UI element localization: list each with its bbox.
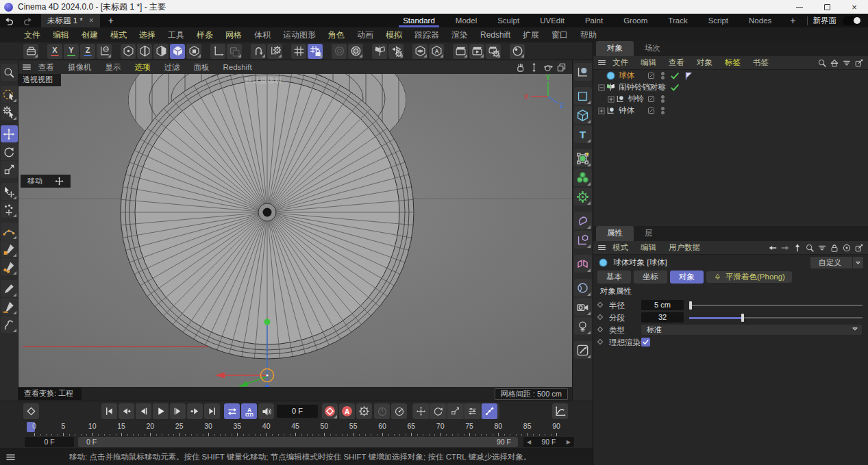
object-edit-toggle[interactable] xyxy=(647,95,656,103)
om-menu-item[interactable]: 标签 xyxy=(719,58,747,68)
om-home[interactable] xyxy=(830,58,839,68)
viewport-canvas[interactable]: YXZ 透视视图 默认摄像机 移动 xyxy=(18,74,572,387)
object-enabled-check[interactable] xyxy=(670,83,680,92)
layout-tab-uvedit[interactable]: UVEdit xyxy=(530,14,575,27)
modeling-settings[interactable] xyxy=(348,44,363,59)
spline-smooth-tool[interactable] xyxy=(1,223,18,240)
object-edit-toggle[interactable] xyxy=(647,71,656,80)
history-back[interactable] xyxy=(768,243,778,253)
range-start-field[interactable]: 0 F xyxy=(25,437,74,447)
rotate-view[interactable] xyxy=(543,62,553,73)
object-row[interactable]: 球体 xyxy=(593,70,868,81)
menubar-item[interactable]: 工具 xyxy=(162,29,190,41)
next-key[interactable] xyxy=(187,403,203,419)
section-tab-object[interactable]: 对象 xyxy=(670,271,704,284)
om-menu-item[interactable]: 编辑 xyxy=(634,58,662,68)
model-mode[interactable] xyxy=(170,44,185,59)
object-visibility-dots[interactable] xyxy=(661,72,665,79)
spinner-left-icon[interactable]: ◀ xyxy=(527,437,531,447)
document-tab[interactable]: 未标题 1 * × xyxy=(41,14,100,27)
keyframe-presets[interactable] xyxy=(391,403,407,419)
select-move-tool[interactable] xyxy=(1,183,18,200)
add-light[interactable] xyxy=(574,317,592,335)
viewport-solo[interactable] xyxy=(412,44,427,59)
layout-tab-model[interactable]: Model xyxy=(445,14,487,27)
layout-tab-paint[interactable]: Paint xyxy=(575,14,613,27)
scale-tool[interactable] xyxy=(1,161,18,178)
menubar-item[interactable]: Redshift xyxy=(474,30,517,40)
field-slider[interactable] xyxy=(689,312,863,324)
add-null[interactable] xyxy=(574,63,592,81)
object-row[interactable]: 闹钟铃铛对称 xyxy=(593,81,868,93)
layout-tab-standard[interactable]: Standard xyxy=(393,14,445,27)
annotation-tool[interactable] xyxy=(574,341,592,359)
viewport-visibility-dot[interactable] xyxy=(661,107,665,110)
go-to-parent[interactable] xyxy=(793,243,802,253)
render-to-picture-viewer[interactable] xyxy=(469,44,484,59)
om-menu-item[interactable]: 文件 xyxy=(606,58,634,68)
menubar-item[interactable]: 运动图形 xyxy=(277,29,322,41)
viewport-menu-item[interactable]: 过滤 xyxy=(158,62,187,73)
menubar-item[interactable]: 模拟 xyxy=(380,29,408,41)
menubar-item[interactable]: 扩展 xyxy=(517,29,545,41)
menubar-item[interactable]: 角色 xyxy=(322,29,351,41)
sketch-spline-tool[interactable] xyxy=(1,298,18,315)
render-visibility-dot[interactable] xyxy=(661,111,665,114)
field-slider[interactable] xyxy=(689,299,863,312)
keyframe-diamond-icon[interactable] xyxy=(597,339,603,344)
viewport-visibility-dot[interactable] xyxy=(661,95,665,99)
object-edit-toggle[interactable] xyxy=(647,83,656,92)
add-effector[interactable] xyxy=(574,188,592,205)
om-tab-takes[interactable]: 场次 xyxy=(634,41,671,56)
goto-start[interactable] xyxy=(101,403,117,419)
brush-tool[interactable] xyxy=(1,280,18,297)
hamburger-icon[interactable] xyxy=(0,452,23,462)
redo-button[interactable] xyxy=(18,16,37,26)
field-dropdown[interactable]: 标准 xyxy=(641,325,862,335)
close-tab-icon[interactable]: × xyxy=(89,16,94,25)
create-material[interactable] xyxy=(510,44,525,59)
tweak-tool[interactable] xyxy=(1,103,18,121)
history-forward[interactable] xyxy=(780,243,790,253)
spline-pen-tool[interactable] xyxy=(1,240,18,257)
viewport-search-tool[interactable] xyxy=(1,64,18,81)
layout-tab-sculpt[interactable]: Sculpt xyxy=(487,14,530,27)
menubar-item[interactable]: 网格 xyxy=(219,29,248,41)
multi-move-tool[interactable] xyxy=(1,201,18,218)
object-visibility-dots[interactable] xyxy=(661,84,665,91)
range-end-spinner[interactable]: ◀ 90 F ▶ xyxy=(523,437,574,447)
viewport-menu-item[interactable]: 显示 xyxy=(99,62,128,73)
am-detach[interactable] xyxy=(854,243,864,253)
add-cube-primitive[interactable] xyxy=(574,106,592,124)
enable-snap[interactable] xyxy=(291,44,306,59)
enable-axis-mode[interactable] xyxy=(210,44,225,59)
points-mode[interactable] xyxy=(121,44,136,59)
polygons-mode[interactable] xyxy=(153,44,169,59)
keyframe-settings[interactable] xyxy=(356,403,372,419)
symmetry-settings[interactable] xyxy=(388,44,404,59)
menubar-item[interactable]: 窗口 xyxy=(545,29,574,41)
menubar-item[interactable]: 模式 xyxy=(104,29,133,41)
autokey-toggle[interactable]: A xyxy=(339,403,355,419)
spline-modeling-tool[interactable] xyxy=(1,258,18,275)
viewport-visibility-dot[interactable] xyxy=(661,84,665,87)
edit-render-settings[interactable] xyxy=(486,44,501,59)
next-frame[interactable] xyxy=(170,403,186,419)
am-menu-item[interactable]: 编辑 xyxy=(634,242,662,253)
menubar-item[interactable]: 渲染 xyxy=(445,29,474,41)
rotate-tool[interactable] xyxy=(1,143,18,160)
workplane-mode[interactable] xyxy=(227,44,242,59)
set-keyframe[interactable] xyxy=(23,403,39,419)
am-tab-attributes[interactable]: 属性 xyxy=(596,226,634,241)
scene-3d-view[interactable]: YXZ xyxy=(18,74,572,387)
gizmo-y-handle[interactable] xyxy=(264,319,271,325)
field-checkbox[interactable] xyxy=(641,338,650,347)
section-tab-other[interactable]: 基本 xyxy=(597,271,631,284)
slider-handle[interactable] xyxy=(689,301,692,310)
live-selection-tool[interactable] xyxy=(1,86,18,103)
lock-axis-z[interactable]: Z xyxy=(80,44,95,59)
layout-tab-groom[interactable]: Groom xyxy=(613,14,658,27)
add-volume[interactable] xyxy=(574,279,592,297)
add-subdivision-surface[interactable] xyxy=(574,149,592,167)
object-visibility-dots[interactable] xyxy=(661,107,665,114)
